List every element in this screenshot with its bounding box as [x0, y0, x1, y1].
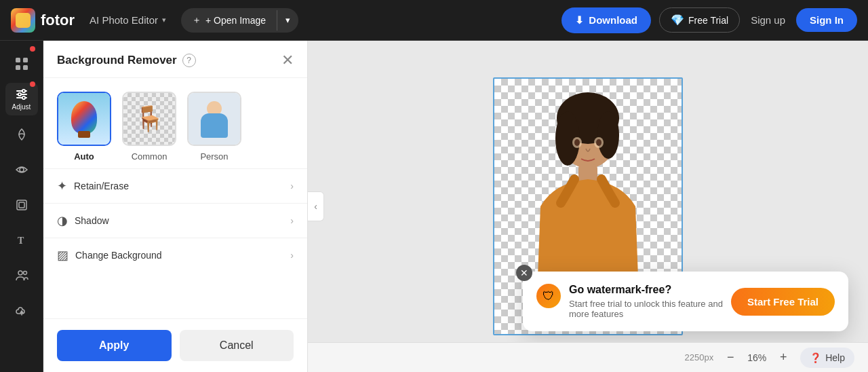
- grid-icon: [15, 57, 28, 71]
- help-icon[interactable]: ?: [182, 54, 196, 67]
- mode-person[interactable]: Person: [187, 92, 241, 162]
- sliders-icon: [15, 88, 28, 101]
- help-button[interactable]: ❓ Help: [800, 348, 854, 368]
- free-trial-button[interactable]: 💎 Free Trial: [659, 7, 740, 33]
- chevron-right-icon-3: ›: [290, 250, 294, 261]
- panel-footer: Apply Cancel: [43, 318, 307, 372]
- help-label: Help: [825, 352, 845, 363]
- download-label: Download: [589, 14, 637, 26]
- topbar-right: ⬇ Download 💎 Free Trial Sign up Sign In: [561, 7, 857, 33]
- popup-close-button[interactable]: ✕: [516, 265, 532, 281]
- shadow-icon: ◑: [57, 213, 68, 228]
- cancel-button[interactable]: Cancel: [180, 330, 294, 361]
- topbar: fotor AI Photo Editor ▾ ＋ + Open Image ▾…: [0, 0, 868, 41]
- auto-label: Auto: [74, 151, 94, 162]
- open-image-button[interactable]: ＋ + Open Image ▾: [181, 8, 298, 33]
- diamond-icon: 💎: [671, 14, 684, 26]
- logo: fotor: [11, 8, 75, 33]
- start-free-trial-button[interactable]: Start Free Trial: [731, 288, 835, 316]
- sidebar-item-adjust[interactable]: Adjust: [5, 83, 38, 115]
- open-image-main[interactable]: ＋ + Open Image: [181, 8, 277, 33]
- popup-text: Go watermark-free? Start free trial to u…: [569, 284, 723, 319]
- panel-title: Background Remover: [57, 54, 177, 67]
- person-thumb: [187, 92, 241, 146]
- svg-point-19: [23, 272, 26, 275]
- change-bg-label: Change Background: [75, 250, 162, 261]
- popup-top: 🛡 Go watermark-free? Start free trial to…: [536, 284, 835, 319]
- mode-auto[interactable]: Auto: [57, 92, 111, 162]
- common-thumb: 🪑: [122, 92, 176, 146]
- text-icon: T: [15, 234, 28, 247]
- sidebar-item-frame[interactable]: [5, 189, 38, 221]
- chair-image: 🪑: [123, 93, 175, 145]
- svg-point-23: [597, 111, 619, 159]
- logo-text: fotor: [41, 12, 75, 29]
- balloon-image: [58, 93, 110, 145]
- popup-description: Start free trial to unlock this feature …: [569, 299, 723, 319]
- open-image-arrow[interactable]: ▾: [277, 9, 298, 31]
- zoom-out-button[interactable]: −: [722, 349, 739, 367]
- dot-wrapper: [5, 48, 38, 80]
- change-bg-left: ▨ Change Background: [57, 248, 162, 263]
- cloud-icon: [15, 304, 28, 318]
- svg-rect-16: [19, 202, 24, 208]
- close-button[interactable]: ✕: [281, 53, 294, 68]
- frame-icon: [15, 198, 28, 212]
- retain-erase-label: Retain/Erase: [74, 181, 129, 191]
- panel-header: Background Remover ? ✕: [43, 41, 307, 78]
- change-background-option[interactable]: ▨ Change Background ›: [43, 238, 307, 272]
- svg-point-14: [20, 168, 24, 172]
- signin-label: Sign In: [810, 14, 844, 26]
- sidebar-item-people[interactable]: [5, 259, 38, 292]
- svg-point-13: [22, 96, 24, 99]
- download-icon: ⬇: [575, 14, 584, 26]
- shadow-option[interactable]: ◑ Shadow ›: [43, 203, 307, 238]
- svg-point-18: [18, 271, 22, 275]
- signup-button[interactable]: Sign up: [748, 10, 788, 30]
- zoom-controls: − 16% +: [722, 349, 792, 367]
- zoom-in-button[interactable]: +: [774, 349, 792, 367]
- app-title-label: AI Photo Editor: [90, 14, 158, 26]
- logo-icon: [11, 8, 35, 33]
- panel-title-row: Background Remover ?: [57, 54, 196, 67]
- sidebar-item-beauty[interactable]: [5, 118, 38, 151]
- background-remover-panel: Background Remover ? ✕ Auto: [43, 41, 308, 372]
- adjust-dot: [30, 81, 35, 87]
- signin-button[interactable]: Sign In: [796, 8, 857, 32]
- chevron-right-icon: ›: [290, 181, 294, 191]
- svg-rect-1: [16, 58, 20, 62]
- main-layout: Adjust T: [0, 41, 868, 372]
- popup-title: Go watermark-free?: [569, 284, 723, 296]
- svg-rect-0: [16, 13, 31, 28]
- retain-erase-option[interactable]: ✦ Retain/Erase ›: [43, 168, 307, 203]
- chevron-right-icon-2: ›: [290, 215, 294, 226]
- beauty-icon: [15, 128, 28, 141]
- app-title-dropdown[interactable]: AI Photo Editor ▾: [83, 10, 173, 30]
- sidebar-item-grid[interactable]: [5, 48, 38, 80]
- download-button[interactable]: ⬇ Download: [561, 7, 651, 33]
- topbar-left: fotor AI Photo Editor ▾ ＋ + Open Image ▾: [11, 8, 298, 33]
- sidebar-item-eye[interactable]: [5, 153, 38, 186]
- svg-rect-3: [16, 65, 20, 70]
- mode-common[interactable]: 🪑 Common: [122, 92, 176, 162]
- retain-erase-left: ✦ Retain/Erase: [57, 179, 129, 193]
- shadow-left: ◑ Shadow: [57, 213, 109, 228]
- common-label: Common: [132, 151, 167, 162]
- plus-icon: ＋: [192, 14, 201, 26]
- retain-erase-icon: ✦: [57, 179, 67, 193]
- popup-shield-icon: 🛡: [536, 284, 561, 308]
- balloon-basket: [78, 131, 90, 138]
- collapse-panel-button[interactable]: ‹: [308, 191, 324, 221]
- auto-thumb: [57, 92, 111, 146]
- svg-rect-15: [17, 200, 26, 210]
- apply-button[interactable]: Apply: [57, 330, 172, 361]
- adjust-label: Adjust: [12, 103, 31, 111]
- adjust-wrapper: Adjust: [5, 83, 38, 115]
- svg-text:T: T: [18, 236, 24, 246]
- svg-point-7: [22, 90, 24, 92]
- sidebar-item-cloud[interactable]: [5, 295, 38, 327]
- sidebar-item-text[interactable]: T: [5, 224, 38, 257]
- person-body: [201, 113, 228, 138]
- free-trial-label: Free Trial: [688, 15, 728, 26]
- chair-icon: 🪑: [134, 105, 165, 133]
